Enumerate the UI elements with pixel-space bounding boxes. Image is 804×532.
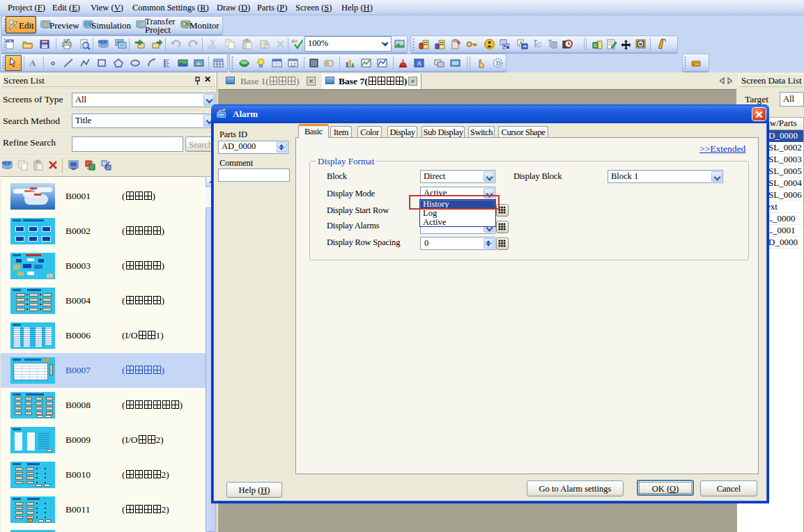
svg-text:A: A [417, 60, 422, 67]
svg-text:12: 12 [290, 61, 296, 68]
svg-text:NEW: NEW [2, 161, 12, 165]
svg-text:NEW: NEW [6, 39, 14, 43]
svg-text:A: A [29, 58, 36, 68]
svg-text:D: D [496, 60, 501, 67]
svg-text:NEW: NEW [98, 40, 108, 44]
svg-text:G: G [536, 41, 541, 49]
svg-text:Err: Err [292, 39, 298, 43]
